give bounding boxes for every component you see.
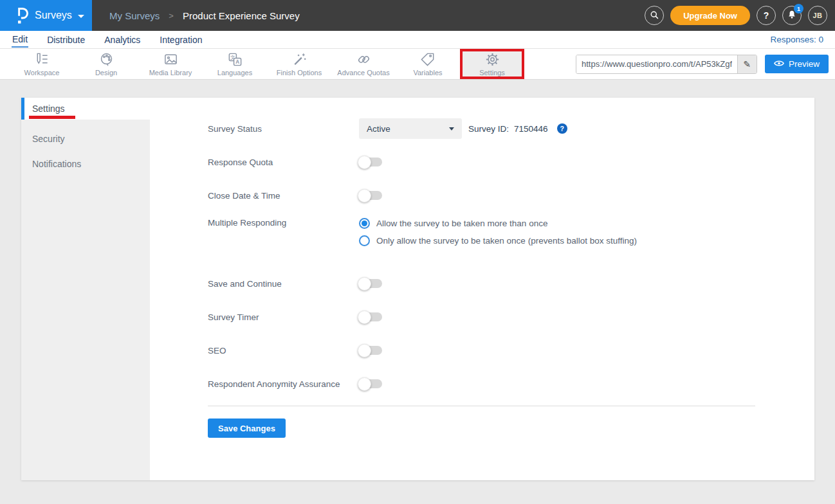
survey-url-input[interactable] bbox=[576, 55, 737, 73]
response-quota-label: Response Quota bbox=[208, 158, 359, 167]
workspace-icon bbox=[34, 51, 50, 68]
breadcrumb-separator: > bbox=[169, 11, 174, 21]
edit-toolbar: Workspace Design Media Library 文 bbox=[0, 49, 835, 80]
save-changes-button[interactable]: Save Changes bbox=[208, 419, 286, 438]
breadcrumb: My Surveys > Product Experience Survey bbox=[92, 0, 300, 31]
tab-distribute[interactable]: Distribute bbox=[46, 33, 86, 47]
pencil-icon: ✎ bbox=[744, 59, 751, 69]
toolbar-item-settings[interactable]: Settings bbox=[460, 49, 524, 79]
save-continue-row: Save and Continue bbox=[208, 267, 814, 300]
toggle-knob bbox=[358, 377, 371, 391]
finish-options-icon bbox=[291, 51, 307, 68]
settings-form: Survey Status Active Survey ID: 7150446 … bbox=[150, 98, 814, 480]
survey-id-value: 7150446 bbox=[514, 124, 548, 134]
radio-selected-icon bbox=[359, 218, 370, 229]
sidebar-item-security[interactable]: Security bbox=[21, 126, 150, 151]
survey-status-row: Survey Status Active Survey ID: 7150446 … bbox=[208, 112, 814, 145]
tab-edit[interactable]: Edit bbox=[12, 32, 28, 48]
radio-option-once-only[interactable]: Only allow the survey to be taken once (… bbox=[359, 235, 637, 246]
survey-status-value: Active bbox=[367, 124, 390, 134]
chevron-down-icon bbox=[78, 15, 84, 18]
responses-count[interactable]: Responses: 0 bbox=[770, 35, 823, 44]
notifications-button[interactable]: 1 bbox=[782, 6, 802, 25]
app-switcher[interactable]: Surveys bbox=[0, 0, 92, 31]
response-quota-row: Response Quota bbox=[208, 145, 814, 179]
form-divider bbox=[208, 406, 755, 406]
tab-integration[interactable]: Integration bbox=[159, 33, 203, 47]
toggle-knob bbox=[358, 344, 371, 357]
preview-button[interactable]: Preview bbox=[765, 55, 829, 73]
toolbar-item-languages[interactable]: 文 A Languages bbox=[203, 49, 267, 79]
top-header: Surveys My Surveys > Product Experience … bbox=[0, 0, 835, 31]
section-tabs: Edit Distribute Analytics Integration Re… bbox=[0, 31, 835, 49]
upgrade-now-button[interactable]: Upgrade Now bbox=[670, 6, 750, 25]
survey-id-help-icon[interactable]: ? bbox=[557, 123, 567, 134]
anonymity-toggle[interactable] bbox=[359, 379, 382, 388]
chevron-down-icon bbox=[449, 127, 454, 130]
radio-unselected-icon bbox=[359, 235, 370, 246]
save-continue-toggle[interactable] bbox=[359, 279, 382, 288]
variables-icon bbox=[420, 51, 436, 68]
save-continue-label: Save and Continue bbox=[208, 279, 359, 289]
radio-option-multiple-allowed[interactable]: Allow the survey to be taken more than o… bbox=[359, 218, 637, 229]
sidebar-item-notifications[interactable]: Notifications bbox=[21, 151, 150, 176]
survey-timer-label: Survey Timer bbox=[208, 312, 359, 322]
seo-label: SEO bbox=[208, 346, 359, 356]
app-name: Surveys bbox=[35, 10, 72, 21]
toggle-knob bbox=[358, 277, 371, 291]
advance-quotas-icon bbox=[356, 51, 372, 68]
settings-card: Settings Security Notifications Survey S… bbox=[21, 98, 814, 480]
search-button[interactable] bbox=[645, 6, 664, 25]
sidebar-item-settings[interactable]: Settings bbox=[21, 98, 150, 120]
page-background: Settings Security Notifications Survey S… bbox=[0, 80, 835, 504]
eye-icon bbox=[774, 59, 784, 69]
tab-analytics[interactable]: Analytics bbox=[104, 33, 141, 47]
sidebar-list: Security Notifications bbox=[21, 120, 150, 480]
svg-text:A: A bbox=[235, 59, 239, 65]
seo-row: SEO bbox=[208, 334, 814, 367]
multiple-responding-row: Multiple Responding Allow the survey to … bbox=[208, 212, 814, 267]
survey-status-select[interactable]: Active bbox=[359, 118, 462, 139]
response-quota-toggle[interactable] bbox=[359, 158, 382, 166]
notification-count-badge: 1 bbox=[794, 4, 803, 14]
toggle-knob bbox=[358, 156, 371, 169]
toolbar-item-variables[interactable]: Variables bbox=[396, 49, 460, 79]
toolbar-item-media-library[interactable]: Media Library bbox=[138, 49, 203, 79]
close-date-row: Close Date & Time bbox=[208, 179, 814, 212]
user-avatar[interactable]: JB bbox=[808, 6, 827, 25]
close-date-toggle[interactable] bbox=[359, 191, 382, 200]
red-annotation-underline bbox=[29, 116, 75, 119]
avatar-initials: JB bbox=[812, 12, 822, 19]
anonymity-row: Respondent Anonymity Assurance bbox=[208, 367, 814, 401]
close-date-label: Close Date & Time bbox=[208, 191, 359, 201]
toolbar-item-finish-options[interactable]: Finish Options bbox=[267, 49, 331, 79]
media-library-icon bbox=[163, 51, 179, 68]
edit-url-button[interactable]: ✎ bbox=[737, 55, 757, 73]
anonymity-label: Respondent Anonymity Assurance bbox=[208, 379, 359, 389]
survey-status-label: Survey Status bbox=[208, 124, 359, 134]
questionpro-logo-icon bbox=[15, 6, 29, 24]
toolbar-item-advance-quotas[interactable]: Advance Quotas bbox=[331, 49, 396, 79]
survey-url-box: ✎ bbox=[576, 55, 757, 74]
toolbar-item-workspace[interactable]: Workspace bbox=[10, 49, 74, 79]
survey-id-label: Survey ID: bbox=[468, 124, 509, 134]
seo-toggle[interactable] bbox=[359, 346, 382, 355]
languages-icon: 文 A bbox=[227, 51, 243, 68]
breadcrumb-my-surveys[interactable]: My Surveys bbox=[109, 10, 160, 21]
survey-timer-row: Survey Timer bbox=[208, 300, 814, 334]
design-icon bbox=[98, 51, 115, 68]
help-button[interactable]: ? bbox=[757, 6, 776, 25]
multiple-responding-label: Multiple Responding bbox=[208, 218, 359, 228]
survey-timer-toggle[interactable] bbox=[359, 312, 382, 321]
settings-sidebar: Settings Security Notifications bbox=[21, 98, 150, 480]
breadcrumb-current-survey: Product Experience Survey bbox=[183, 10, 300, 21]
toggle-knob bbox=[358, 189, 371, 203]
search-icon bbox=[649, 10, 659, 22]
settings-gear-icon bbox=[484, 51, 500, 68]
toggle-knob bbox=[358, 310, 371, 324]
toolbar-item-design[interactable]: Design bbox=[74, 49, 138, 79]
